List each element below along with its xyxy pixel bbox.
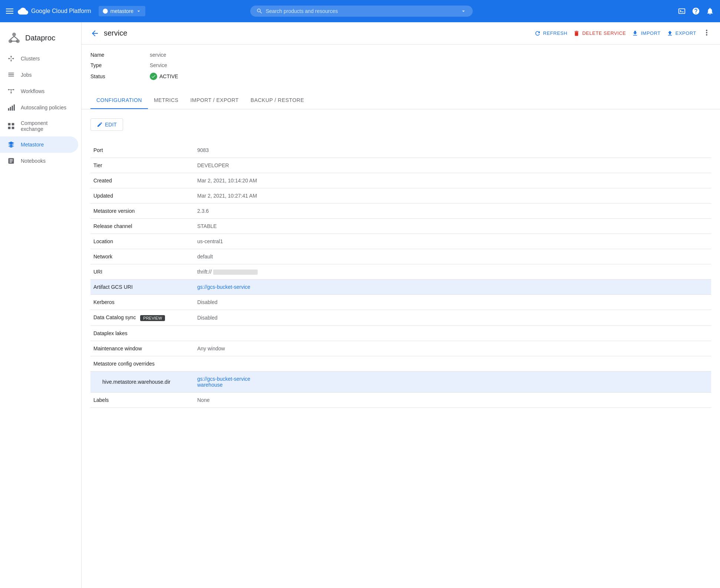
sidebar-item-workflows[interactable]: Workflows bbox=[0, 83, 78, 99]
config-value: gs://gcs-bucket-servicewarehouse bbox=[194, 371, 711, 392]
config-label: Labels bbox=[90, 392, 194, 407]
header-actions: REFRESH DELETE SERVICE IMPORT EXPORT bbox=[534, 28, 711, 38]
config-value: DEVELOPER bbox=[194, 158, 711, 173]
sidebar-item-notebooks[interactable]: Notebooks bbox=[0, 153, 78, 169]
refresh-button[interactable]: REFRESH bbox=[534, 30, 568, 37]
edit-button[interactable]: EDIT bbox=[90, 118, 123, 131]
tabs: CONFIGURATION METRICS IMPORT / EXPORT BA… bbox=[82, 92, 720, 109]
status-badge: ACTIVE bbox=[150, 73, 178, 80]
sidebar-header: Dataproc bbox=[0, 25, 81, 50]
page-header: service REFRESH DELETE SERVICE IMPORT EX… bbox=[82, 22, 720, 44]
more-options-button[interactable] bbox=[702, 28, 711, 38]
config-value: gs://gcs-bucket-service bbox=[194, 280, 711, 295]
component-icon bbox=[7, 122, 15, 130]
name-row: Name service bbox=[90, 52, 711, 58]
tab-configuration[interactable]: CONFIGURATION bbox=[90, 92, 148, 109]
hamburger-menu[interactable] bbox=[6, 9, 13, 14]
svg-point-7 bbox=[9, 58, 10, 59]
notebooks-icon bbox=[7, 157, 15, 165]
back-button[interactable] bbox=[90, 29, 99, 38]
configuration-content: EDIT Port 9083 Tier DEVELOPER Created Ma… bbox=[82, 109, 720, 417]
table-row: Created Mar 2, 2021, 10:14:20 AM bbox=[90, 173, 711, 188]
config-label: Network bbox=[90, 249, 194, 264]
sidebar-item-label-jobs: Jobs bbox=[21, 72, 32, 78]
type-value: Service bbox=[150, 62, 167, 68]
sidebar-item-metastore[interactable]: Metastore bbox=[0, 136, 78, 153]
sidebar-item-autoscaling[interactable]: Autoscaling policies bbox=[0, 99, 78, 116]
config-label: Maintenance window bbox=[90, 341, 194, 356]
svg-point-19 bbox=[13, 89, 14, 90]
import-label: IMPORT bbox=[641, 30, 660, 36]
table-row: Metastore version 2.3.6 bbox=[90, 204, 711, 219]
sidebar-item-jobs[interactable]: Jobs bbox=[0, 67, 78, 83]
tab-import-export[interactable]: IMPORT / EXPORT bbox=[184, 92, 244, 109]
table-row: Labels None bbox=[90, 392, 711, 407]
sidebar: Dataproc Clusters Jobs Workf bbox=[0, 22, 82, 588]
page-title: service bbox=[104, 29, 530, 37]
export-button[interactable]: EXPORT bbox=[667, 30, 696, 37]
notifications-icon[interactable] bbox=[706, 7, 714, 15]
svg-rect-28 bbox=[12, 123, 14, 126]
project-selector[interactable]: metastore bbox=[99, 6, 145, 16]
config-value: Any window bbox=[194, 341, 711, 356]
config-label: Updated bbox=[90, 188, 194, 204]
svg-point-1 bbox=[12, 33, 16, 36]
sidebar-item-clusters[interactable]: Clusters bbox=[0, 50, 78, 67]
artifact-gcs-uri-link[interactable]: gs://gcs-bucket-service bbox=[197, 284, 250, 290]
sidebar-item-label-workflows: Workflows bbox=[21, 88, 44, 94]
table-row: Artifact GCS URI gs://gcs-bucket-service bbox=[90, 280, 711, 295]
tab-backup-restore[interactable]: BACKUP / RESTORE bbox=[245, 92, 310, 109]
sidebar-app-name: Dataproc bbox=[25, 34, 55, 42]
svg-line-5 bbox=[14, 36, 18, 39]
svg-rect-26 bbox=[14, 105, 15, 111]
config-value: Mar 2, 2021, 10:14:20 AM bbox=[194, 173, 711, 188]
delete-button[interactable]: DELETE SERVICE bbox=[573, 30, 626, 37]
config-label: Metastore version bbox=[90, 204, 194, 219]
config-label: Created bbox=[90, 173, 194, 188]
svg-rect-23 bbox=[8, 108, 9, 111]
sidebar-item-label-autoscaling: Autoscaling policies bbox=[21, 105, 66, 110]
config-label: Tier bbox=[90, 158, 194, 173]
svg-point-0 bbox=[103, 9, 108, 13]
type-label: Type bbox=[90, 62, 150, 68]
table-row: Port 9083 bbox=[90, 143, 711, 158]
config-value: 9083 bbox=[194, 143, 711, 158]
svg-rect-25 bbox=[12, 106, 13, 110]
config-label: Port bbox=[90, 143, 194, 158]
config-label: Location bbox=[90, 234, 194, 249]
workflows-icon bbox=[7, 87, 15, 95]
refresh-label: REFRESH bbox=[543, 30, 568, 36]
metastore-icon bbox=[7, 141, 15, 148]
shell-icon[interactable] bbox=[678, 7, 686, 15]
table-row: Tier DEVELOPER bbox=[90, 158, 711, 173]
config-label: URI bbox=[90, 264, 194, 280]
svg-rect-17 bbox=[9, 76, 14, 77]
delete-label: DELETE SERVICE bbox=[582, 30, 626, 36]
brand-name: Google Cloud Platform bbox=[31, 8, 91, 14]
svg-rect-15 bbox=[9, 73, 14, 73]
config-value: Disabled bbox=[194, 310, 711, 326]
table-row: Network default bbox=[90, 249, 711, 264]
dataproc-logo bbox=[7, 31, 21, 44]
status-label: Status bbox=[90, 73, 150, 79]
table-row: Dataplex lakes bbox=[90, 326, 711, 341]
name-value: service bbox=[150, 52, 166, 58]
tab-metrics[interactable]: METRICS bbox=[148, 92, 185, 109]
config-label: Data Catalog sync PREVIEW bbox=[90, 310, 194, 326]
import-button[interactable]: IMPORT bbox=[632, 30, 660, 37]
main-content: service REFRESH DELETE SERVICE IMPORT EX… bbox=[82, 22, 720, 588]
config-label: hive.metastore.warehouse.dir bbox=[90, 371, 194, 392]
edit-label: EDIT bbox=[105, 122, 117, 128]
sidebar-item-component-exchange[interactable]: Component exchange bbox=[0, 116, 78, 136]
help-icon[interactable] bbox=[692, 7, 700, 15]
top-nav: Google Cloud Platform metastore bbox=[0, 0, 720, 22]
warehouse-link[interactable]: gs://gcs-bucket-servicewarehouse bbox=[197, 376, 250, 388]
search-input[interactable] bbox=[266, 8, 457, 14]
table-row: hive.metastore.warehouse.dir gs://gcs-bu… bbox=[90, 371, 711, 392]
config-label: Dataplex lakes bbox=[90, 326, 194, 341]
preview-badge: PREVIEW bbox=[140, 315, 165, 321]
table-row: Updated Mar 2, 2021, 10:27:41 AM bbox=[90, 188, 711, 204]
config-label: Kerberos bbox=[90, 295, 194, 310]
status-value: ACTIVE bbox=[159, 73, 178, 79]
top-nav-icons bbox=[678, 7, 714, 15]
